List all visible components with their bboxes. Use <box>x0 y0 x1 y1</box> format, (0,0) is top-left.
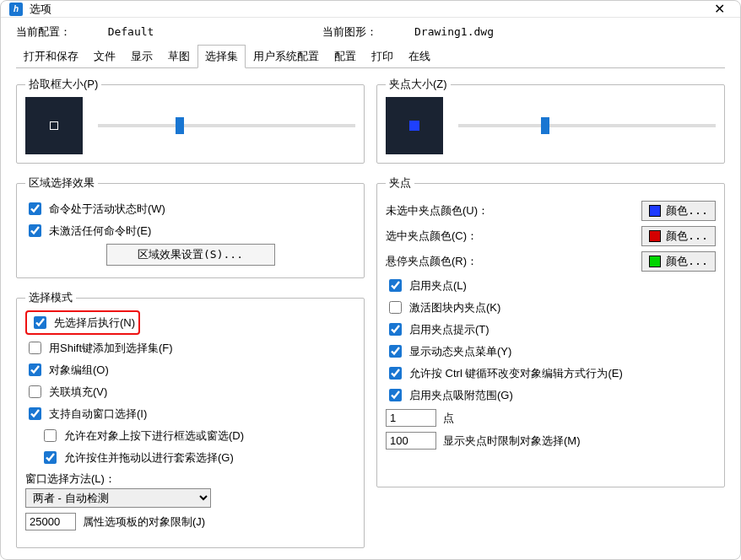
select-mode-group: 选择模式 先选择后执行(N) 用Shift键添加到选择集(F) 对象编组(O) … <box>16 290 365 548</box>
hover-color-label: 悬停夹点颜色(R)： <box>386 254 635 269</box>
pickbox-slider[interactable] <box>98 124 355 127</box>
current-config-value: Default <box>108 25 154 38</box>
chk-grip-snap[interactable] <box>389 389 402 401</box>
gripsize-group: 夹点大小(Z) <box>376 77 725 164</box>
titlebar: h 选项 ✕ <box>1 1 740 18</box>
pickbox-legend: 拾取框大小(P) <box>25 77 101 92</box>
grip-limit-input[interactable] <box>386 432 436 450</box>
grip-limit-label: 显示夹点时限制对象选择(M) <box>443 433 581 449</box>
snap-value-input[interactable] <box>386 409 436 427</box>
tab-online[interactable]: 在线 <box>401 45 438 68</box>
options-dialog: h 选项 ✕ 当前配置： Default 当前图形： Drawing1.dwg … <box>0 0 741 560</box>
tabstrip: 打开和保存 文件 显示 草图 选择集 用户系统配置 配置 打印 在线 <box>1 40 740 68</box>
current-drawing-value: Drawing1.dwg <box>414 25 494 38</box>
pickbox-group: 拾取框大小(P) <box>16 77 365 164</box>
unsel-color-button[interactable]: 颜色... <box>641 201 716 221</box>
chk-press-drag[interactable] <box>44 429 57 442</box>
snap-suffix: 点 <box>443 411 454 426</box>
current-drawing-label: 当前图形： <box>322 25 377 38</box>
chk-object-group[interactable] <box>29 363 41 376</box>
region-group: 区域选择效果 命令处于活动状态时(W) 未激活任何命令时(E) 区域效果设置(S… <box>16 175 365 278</box>
swatch-unselected <box>649 205 661 217</box>
grips-legend: 夹点 <box>386 175 414 191</box>
tab-display[interactable]: 显示 <box>123 45 160 68</box>
region-settings-button[interactable]: 区域效果设置(S)... <box>106 244 275 266</box>
chk-ctrl-cycle[interactable] <box>389 367 402 380</box>
chk-block-grips[interactable] <box>389 301 402 314</box>
gripsize-slider[interactable] <box>458 124 716 127</box>
chk-cmd-active[interactable] <box>29 202 41 215</box>
swatch-selected <box>649 230 661 242</box>
chk-grip-tips[interactable] <box>389 323 402 336</box>
select-mode-legend: 选择模式 <box>25 290 76 305</box>
chk-noun-verb[interactable] <box>34 316 46 329</box>
gripsize-preview <box>386 97 443 154</box>
tab-open-save[interactable]: 打开和保存 <box>16 45 86 68</box>
highlight-box: 先选择后执行(N) <box>25 310 140 335</box>
app-icon: h <box>9 3 23 16</box>
pickbox-preview <box>25 97 83 154</box>
chk-dyn-menu[interactable] <box>389 345 402 358</box>
chk-shift-add[interactable] <box>29 342 41 354</box>
chk-no-cmd[interactable] <box>29 224 41 237</box>
chk-assoc-hatch[interactable] <box>29 385 41 398</box>
prop-limit-input[interactable] <box>25 513 76 530</box>
hover-color-button[interactable]: 颜色... <box>641 251 716 272</box>
config-row: 当前配置： Default 当前图形： Drawing1.dwg <box>1 18 740 40</box>
sel-color-button[interactable]: 颜色... <box>641 226 716 246</box>
prop-limit-label: 属性选项板的对象限制(J) <box>83 514 205 530</box>
unsel-color-label: 未选中夹点颜色(U)： <box>386 203 635 218</box>
region-legend: 区域选择效果 <box>25 175 98 191</box>
sel-color-label: 选中夹点颜色(C)： <box>386 229 635 244</box>
chk-enable-grips[interactable] <box>389 279 402 292</box>
close-icon[interactable]: ✕ <box>706 1 732 17</box>
tab-draft[interactable]: 草图 <box>160 45 197 68</box>
chk-auto-window[interactable] <box>29 407 41 420</box>
tab-file[interactable]: 文件 <box>86 45 123 68</box>
tab-print[interactable]: 打印 <box>364 45 401 68</box>
window-method-select[interactable]: 两者 - 自动检测 <box>25 488 211 508</box>
window-title: 选项 <box>30 2 706 17</box>
tab-user-prefs[interactable]: 用户系统配置 <box>246 45 327 68</box>
swatch-hover <box>649 256 661 267</box>
tab-selection[interactable]: 选择集 <box>197 45 246 68</box>
gripsize-legend: 夹点大小(Z) <box>386 77 451 92</box>
grips-group: 夹点 未选中夹点颜色(U)： 颜色... 选中夹点颜色(C)： 颜色... 悬停… <box>376 175 725 487</box>
chk-lasso[interactable] <box>44 451 57 464</box>
current-config-label: 当前配置： <box>16 25 71 38</box>
tab-profile[interactable]: 配置 <box>327 45 364 68</box>
window-method-label: 窗口选择方法(L)： <box>25 471 355 487</box>
